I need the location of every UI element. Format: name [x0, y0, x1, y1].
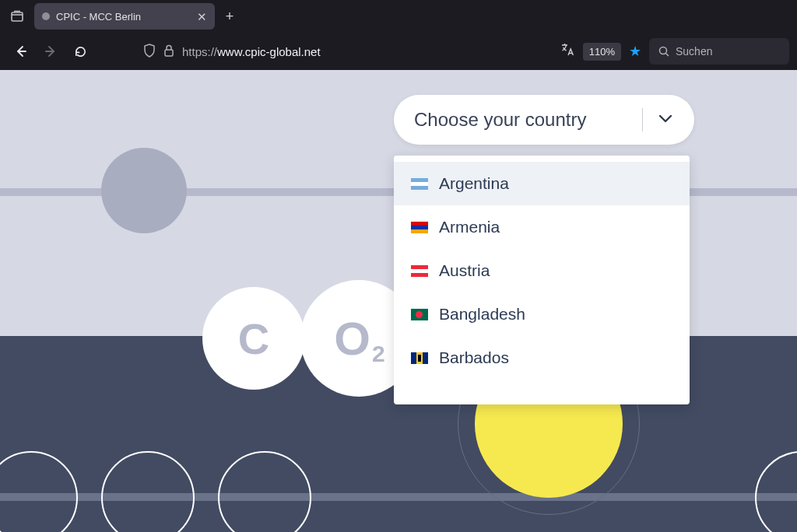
translate-icon[interactable] — [560, 42, 575, 61]
svg-rect-5 — [165, 50, 173, 56]
country-option-argentina[interactable]: Argentina — [394, 162, 690, 205]
country-dropdown-label: Choose your country — [414, 109, 628, 131]
flag-argentina-icon — [411, 178, 428, 190]
country-name: Austria — [439, 261, 490, 280]
country-name: Argentina — [439, 174, 509, 193]
divider — [642, 108, 643, 131]
svg-line-7 — [666, 54, 669, 57]
recent-browsing-button[interactable] — [6, 5, 28, 27]
svg-point-6 — [660, 47, 667, 54]
country-option-barbados[interactable]: Barbados — [394, 336, 690, 380]
address-bar[interactable]: https://www.cpic-global.net — [143, 44, 321, 60]
flag-bangladesh-icon — [411, 309, 428, 320]
co2-graphic: C O2 — [202, 280, 417, 397]
bookmark-star-icon[interactable]: ★ — [629, 43, 641, 60]
flag-barbados-icon — [411, 352, 428, 364]
search-placeholder: Suchen — [676, 45, 712, 58]
country-option-armenia[interactable]: Armenia — [394, 205, 690, 249]
flag-austria-icon — [411, 265, 428, 277]
zoom-level[interactable]: 110% — [583, 43, 621, 61]
country-option-austria[interactable]: Austria — [394, 249, 690, 292]
tab-strip: CPIC - MCC Berlin ✕ + — [0, 0, 797, 33]
country-name: Bangladesh — [439, 305, 525, 324]
country-option-bangladesh[interactable]: Bangladesh — [394, 292, 690, 336]
toolbar-right: 110% ★ Suchen — [560, 38, 789, 65]
lock-icon — [163, 44, 174, 59]
browser-tab[interactable]: CPIC - MCC Berlin ✕ — [34, 3, 215, 30]
country-name: Barbados — [439, 348, 509, 367]
chevron-down-icon — [657, 110, 674, 130]
forward-button[interactable] — [37, 38, 64, 65]
country-dropdown-list: Argentina Armenia Austria Bangladesh Bar… — [394, 156, 690, 404]
browser-search-box[interactable]: Suchen — [649, 38, 789, 65]
flag-armenia-icon — [411, 222, 428, 233]
new-tab-button[interactable]: + — [218, 5, 241, 28]
tab-title: CPIC - MCC Berlin — [56, 11, 141, 23]
co2-c: C — [202, 287, 305, 390]
tab-close-button[interactable]: ✕ — [197, 11, 207, 23]
shield-icon — [143, 44, 156, 60]
search-icon — [658, 46, 669, 57]
decor-circle-gray — [101, 148, 187, 233]
browser-toolbar: https://www.cpic-global.net 110% ★ Suche… — [0, 33, 797, 70]
tab-loading-indicator — [42, 12, 50, 20]
url-text: https://www.cpic-global.net — [182, 45, 321, 58]
country-name: Armenia — [439, 218, 500, 236]
page-content: C O2 Choose your country Argentina Armen… — [0, 70, 797, 532]
svg-rect-0 — [12, 12, 23, 21]
reload-button[interactable] — [67, 38, 93, 65]
country-dropdown[interactable]: Choose your country — [394, 95, 694, 145]
browser-chrome: CPIC - MCC Berlin ✕ + https://www.cpic-g… — [0, 0, 797, 70]
back-button[interactable] — [8, 38, 34, 65]
